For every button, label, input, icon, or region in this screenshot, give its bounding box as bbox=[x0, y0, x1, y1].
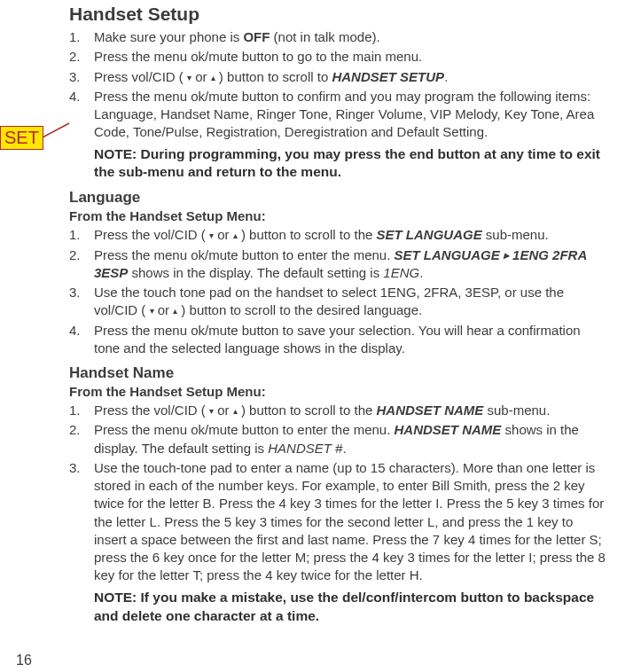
menu-target: SET LANGUAGE bbox=[376, 227, 481, 242]
text: or bbox=[191, 69, 211, 84]
lang-step-3: Use the touch tone pad on the handset to… bbox=[69, 284, 608, 320]
text: Press the vol/CID ( bbox=[94, 402, 209, 418]
language-steps: Press the vol/CID ( ▾ or ▴ ) button to s… bbox=[69, 226, 608, 357]
default-value: 1ENG bbox=[383, 265, 419, 280]
hs-step-4: Press the menu ok/mute button to confirm… bbox=[69, 88, 608, 142]
section-title-handset-name: Handset Name bbox=[69, 364, 608, 382]
text: . bbox=[444, 69, 448, 84]
default-value: HANDSET # bbox=[268, 441, 342, 456]
text: Make sure your phone is bbox=[94, 29, 243, 44]
page-number: 16 bbox=[16, 652, 32, 668]
from-handset-setup-menu: From the Handset Setup Menu: bbox=[69, 384, 608, 399]
lang-step-2: Press the menu ok/mute button to enter t… bbox=[69, 246, 608, 283]
text: Press the menu ok/mute button to enter t… bbox=[94, 247, 395, 262]
text: Press the vol/CID ( bbox=[94, 227, 209, 242]
text: or bbox=[214, 227, 233, 242]
text: ) button to scroll to the bbox=[238, 402, 377, 418]
text-off: OFF bbox=[243, 29, 270, 44]
section-title-handset-setup: Handset Setup bbox=[69, 4, 608, 25]
section-title-language: Language bbox=[69, 189, 608, 207]
text: sub-menu. bbox=[483, 402, 550, 418]
text: ) button to scroll to the bbox=[238, 227, 377, 242]
lang-step-1: Press the vol/CID ( ▾ or ▴ ) button to s… bbox=[69, 226, 608, 244]
hn-step-3: Use the touch-tone pad to enter a name (… bbox=[69, 459, 608, 585]
annotation-set-tag: SET bbox=[0, 126, 43, 150]
menu-target: HANDSET NAME bbox=[376, 402, 483, 418]
display-text: HANDSET NAME bbox=[395, 422, 502, 437]
from-handset-setup-menu: From the Handset Setup Menu: bbox=[69, 208, 608, 223]
hs-step-1: Make sure your phone is OFF (not in talk… bbox=[69, 28, 608, 46]
text: Press vol/CID ( bbox=[94, 69, 187, 84]
text: shows in the display. The default settin… bbox=[128, 265, 383, 280]
text: (not in talk mode). bbox=[270, 29, 379, 44]
hs-step-3: Press vol/CID ( ▾ or ▴ ) button to scrol… bbox=[69, 68, 608, 86]
text: ) button to scroll to the desired langua… bbox=[177, 302, 422, 317]
text: or bbox=[214, 402, 233, 418]
menu-target: HANDSET SETUP bbox=[332, 69, 444, 84]
text: . bbox=[342, 441, 346, 456]
handset-setup-note: NOTE: During programming, you may press … bbox=[94, 145, 608, 183]
hs-step-2: Press the menu ok/mute button to go to t… bbox=[69, 48, 608, 66]
handset-setup-steps: Make sure your phone is OFF (not in talk… bbox=[69, 28, 608, 142]
lang-step-4: Press the menu ok/mute button to save yo… bbox=[69, 322, 608, 358]
text: . bbox=[419, 265, 423, 280]
text: ) button to scroll to bbox=[215, 69, 332, 84]
text: Press the menu ok/mute button to enter t… bbox=[94, 422, 395, 437]
handset-name-note: NOTE: If you make a mistake, use the del… bbox=[94, 589, 608, 626]
document-body: Handset Setup Make sure your phone is OF… bbox=[0, 0, 633, 637]
hn-step-2: Press the menu ok/mute button to enter t… bbox=[69, 421, 608, 457]
hn-step-1: Press the vol/CID ( ▾ or ▴ ) button to s… bbox=[69, 402, 608, 419]
handset-name-steps: Press the vol/CID ( ▾ or ▴ ) button to s… bbox=[69, 402, 608, 585]
text: or bbox=[154, 302, 174, 317]
text: sub-menu. bbox=[482, 227, 549, 242]
display-text: SET LANGUAGE bbox=[395, 247, 504, 262]
